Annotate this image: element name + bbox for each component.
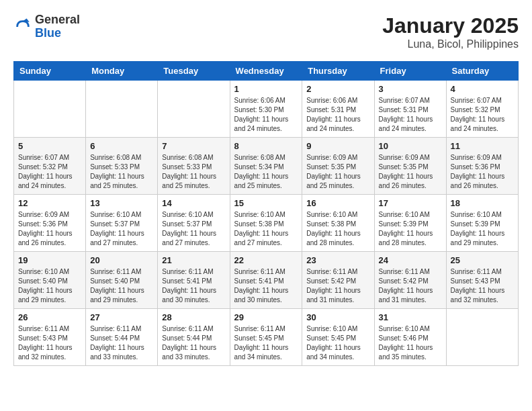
weekday-header-friday: Friday (374, 62, 446, 81)
day-number: 21 (162, 255, 225, 265)
sunrise-text: Sunrise: 6:11 AM (90, 268, 141, 275)
daylight-text: Daylight: 11 hours and 26 minutes. (18, 230, 73, 246)
sunrise-text: Sunrise: 6:09 AM (18, 211, 69, 218)
calendar-cell: 13 Sunrise: 6:10 AM Sunset: 5:37 PM Dayl… (86, 195, 158, 252)
sunrise-text: Sunrise: 6:10 AM (18, 268, 69, 275)
day-number: 11 (451, 141, 514, 151)
sunrise-text: Sunrise: 6:10 AM (162, 211, 213, 218)
calendar-cell: 2 Sunrise: 6:06 AM Sunset: 5:31 PM Dayli… (302, 81, 374, 138)
sunrise-text: Sunrise: 6:10 AM (379, 211, 430, 218)
day-info: Sunrise: 6:10 AM Sunset: 5:40 PM Dayligh… (18, 267, 81, 305)
calendar-week-row: 12 Sunrise: 6:09 AM Sunset: 5:36 PM Dayl… (14, 195, 519, 252)
sunrise-text: Sunrise: 6:11 AM (451, 268, 502, 275)
sunset-text: Sunset: 5:30 PM (234, 106, 284, 113)
day-number: 26 (18, 312, 81, 322)
calendar-cell: 31 Sunrise: 6:10 AM Sunset: 5:46 PM Dayl… (374, 309, 446, 366)
sunset-text: Sunset: 5:33 PM (90, 163, 140, 171)
daylight-text: Daylight: 11 hours and 27 minutes. (90, 230, 144, 246)
weekday-header-wednesday: Wednesday (230, 62, 302, 81)
day-info: Sunrise: 6:10 AM Sunset: 5:46 PM Dayligh… (379, 324, 442, 362)
day-number: 9 (306, 141, 369, 151)
sunrise-text: Sunrise: 6:07 AM (18, 154, 69, 161)
sunrise-text: Sunrise: 6:08 AM (90, 154, 141, 161)
sunrise-text: Sunrise: 6:07 AM (379, 97, 430, 104)
calendar-week-row: 1 Sunrise: 6:06 AM Sunset: 5:30 PM Dayli… (14, 81, 519, 138)
day-number: 17 (379, 198, 442, 208)
sunset-text: Sunset: 5:42 PM (379, 277, 429, 285)
calendar-cell: 17 Sunrise: 6:10 AM Sunset: 5:39 PM Dayl… (374, 195, 446, 252)
calendar-week-row: 19 Sunrise: 6:10 AM Sunset: 5:40 PM Dayl… (14, 252, 519, 309)
day-number: 4 (451, 84, 514, 94)
calendar-cell: 23 Sunrise: 6:11 AM Sunset: 5:42 PM Dayl… (302, 252, 374, 309)
sunset-text: Sunset: 5:35 PM (306, 163, 356, 171)
day-info: Sunrise: 6:09 AM Sunset: 5:35 PM Dayligh… (379, 153, 442, 191)
sunrise-text: Sunrise: 6:06 AM (306, 97, 357, 104)
calendar-cell: 7 Sunrise: 6:08 AM Sunset: 5:33 PM Dayli… (158, 138, 230, 195)
calendar-cell: 5 Sunrise: 6:07 AM Sunset: 5:32 PM Dayli… (14, 138, 86, 195)
sunrise-text: Sunrise: 6:11 AM (90, 325, 141, 332)
calendar-cell (14, 81, 86, 138)
calendar-week-row: 26 Sunrise: 6:11 AM Sunset: 5:43 PM Dayl… (14, 309, 519, 366)
daylight-text: Daylight: 11 hours and 29 minutes. (451, 230, 505, 246)
sunrise-text: Sunrise: 6:07 AM (451, 97, 502, 104)
sunset-text: Sunset: 5:32 PM (451, 106, 500, 113)
day-info: Sunrise: 6:10 AM Sunset: 5:37 PM Dayligh… (90, 210, 153, 248)
calendar-cell: 16 Sunrise: 6:10 AM Sunset: 5:38 PM Dayl… (302, 195, 374, 252)
daylight-text: Daylight: 11 hours and 31 minutes. (306, 287, 361, 304)
calendar-cell (446, 309, 518, 366)
weekday-header-thursday: Thursday (302, 62, 374, 81)
sunset-text: Sunset: 5:40 PM (90, 277, 140, 285)
daylight-text: Daylight: 11 hours and 26 minutes. (379, 173, 433, 189)
day-info: Sunrise: 6:10 AM Sunset: 5:39 PM Dayligh… (379, 210, 442, 248)
calendar-cell: 18 Sunrise: 6:10 AM Sunset: 5:39 PM Dayl… (446, 195, 518, 252)
sunrise-text: Sunrise: 6:06 AM (234, 97, 285, 104)
day-number: 24 (379, 255, 442, 265)
calendar-cell: 12 Sunrise: 6:09 AM Sunset: 5:36 PM Dayl… (14, 195, 86, 252)
sunset-text: Sunset: 5:43 PM (451, 277, 500, 285)
day-number: 8 (234, 141, 298, 151)
day-number: 19 (18, 255, 81, 265)
daylight-text: Daylight: 11 hours and 30 minutes. (234, 287, 289, 304)
calendar-title: January 2025 (382, 13, 519, 38)
calendar-cell: 14 Sunrise: 6:10 AM Sunset: 5:37 PM Dayl… (158, 195, 230, 252)
calendar-cell: 29 Sunrise: 6:11 AM Sunset: 5:45 PM Dayl… (230, 309, 302, 366)
day-info: Sunrise: 6:11 AM Sunset: 5:42 PM Dayligh… (379, 267, 442, 305)
weekday-header-row: SundayMondayTuesdayWednesdayThursdayFrid… (14, 62, 519, 81)
calendar-cell: 27 Sunrise: 6:11 AM Sunset: 5:44 PM Dayl… (86, 309, 158, 366)
sunset-text: Sunset: 5:41 PM (162, 277, 212, 285)
day-number: 2 (306, 84, 369, 94)
daylight-text: Daylight: 11 hours and 33 minutes. (162, 344, 216, 361)
day-info: Sunrise: 6:11 AM Sunset: 5:44 PM Dayligh… (90, 324, 153, 362)
sunset-text: Sunset: 5:46 PM (379, 334, 429, 342)
sunrise-text: Sunrise: 6:08 AM (162, 154, 213, 161)
sunset-text: Sunset: 5:41 PM (234, 277, 284, 285)
day-number: 23 (306, 255, 369, 265)
calendar-cell: 19 Sunrise: 6:10 AM Sunset: 5:40 PM Dayl… (14, 252, 86, 309)
sunrise-text: Sunrise: 6:10 AM (234, 211, 285, 218)
sunset-text: Sunset: 5:45 PM (234, 334, 284, 342)
daylight-text: Daylight: 11 hours and 32 minutes. (451, 287, 505, 304)
sunset-text: Sunset: 5:31 PM (379, 106, 429, 113)
day-number: 14 (162, 198, 225, 208)
calendar-subtitle: Luna, Bicol, Philippines (382, 38, 519, 50)
sunset-text: Sunset: 5:38 PM (234, 220, 284, 228)
calendar-cell: 25 Sunrise: 6:11 AM Sunset: 5:43 PM Dayl… (446, 252, 518, 309)
calendar-cell: 8 Sunrise: 6:08 AM Sunset: 5:34 PM Dayli… (230, 138, 302, 195)
day-info: Sunrise: 6:10 AM Sunset: 5:38 PM Dayligh… (234, 210, 298, 248)
sunset-text: Sunset: 5:43 PM (18, 334, 68, 342)
daylight-text: Daylight: 11 hours and 25 minutes. (162, 173, 216, 189)
day-info: Sunrise: 6:09 AM Sunset: 5:36 PM Dayligh… (18, 210, 81, 248)
sunset-text: Sunset: 5:38 PM (306, 220, 356, 228)
daylight-text: Daylight: 11 hours and 24 minutes. (18, 173, 73, 189)
day-info: Sunrise: 6:09 AM Sunset: 5:35 PM Dayligh… (306, 153, 369, 191)
day-number: 18 (451, 198, 514, 208)
daylight-text: Daylight: 11 hours and 24 minutes. (379, 116, 433, 132)
day-number: 3 (379, 84, 442, 94)
logo-line1: General (35, 13, 80, 27)
calendar-cell (158, 81, 230, 138)
day-info: Sunrise: 6:11 AM Sunset: 5:41 PM Dayligh… (234, 267, 298, 305)
day-info: Sunrise: 6:11 AM Sunset: 5:43 PM Dayligh… (451, 267, 514, 305)
day-info: Sunrise: 6:09 AM Sunset: 5:36 PM Dayligh… (451, 153, 514, 191)
calendar-cell: 1 Sunrise: 6:06 AM Sunset: 5:30 PM Dayli… (230, 81, 302, 138)
day-number: 16 (306, 198, 369, 208)
